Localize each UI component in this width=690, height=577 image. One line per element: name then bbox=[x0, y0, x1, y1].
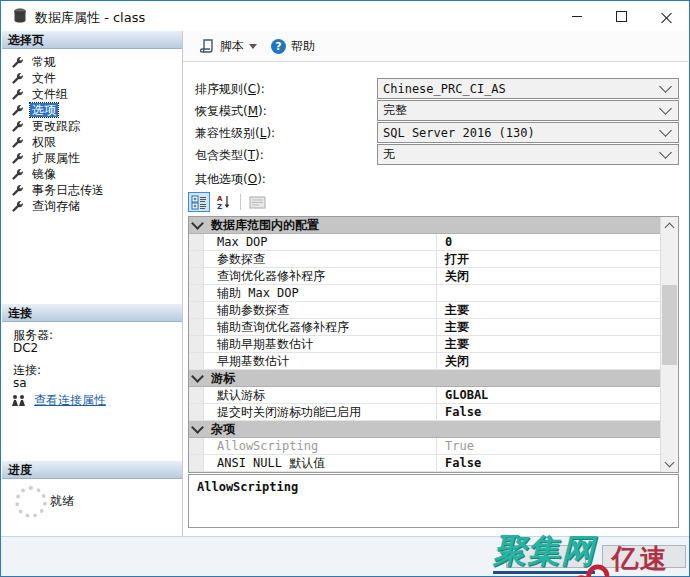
sidebar-item-扩展属性[interactable]: 扩展属性 bbox=[2, 150, 182, 166]
row-gutter bbox=[189, 387, 204, 403]
grid-row[interactable]: 辅助 Max DOP bbox=[189, 285, 661, 302]
combobox-value: 无 bbox=[383, 146, 661, 163]
wrench-icon bbox=[11, 136, 24, 149]
row-gutter bbox=[189, 404, 204, 420]
sidebar-item-label: 更改跟踪 bbox=[30, 119, 82, 133]
sidebar-item-常规[interactable]: 常规 bbox=[2, 54, 182, 70]
grid-category-row[interactable]: 游标 bbox=[189, 370, 661, 387]
scroll-up-icon[interactable] bbox=[661, 217, 678, 234]
sidebar-item-label: 权限 bbox=[30, 135, 58, 149]
property-value[interactable]: 主要 bbox=[437, 319, 661, 336]
toolbar-separator bbox=[240, 194, 241, 210]
connection-properties-icon bbox=[11, 394, 27, 407]
property-value[interactable]: 关闭 bbox=[437, 268, 661, 285]
help-button[interactable]: ? 帮助 bbox=[267, 36, 319, 57]
sidebar-item-文件[interactable]: 文件 bbox=[2, 70, 182, 86]
property-value[interactable]: False bbox=[437, 405, 661, 419]
wrench-icon bbox=[11, 56, 24, 69]
property-value[interactable]: 0 bbox=[437, 235, 661, 249]
sidebar-item-事务日志传送[interactable]: 事务日志传送 bbox=[2, 182, 182, 198]
view-connection-properties-link[interactable]: 查看连接属性 bbox=[34, 392, 106, 409]
row-gutter bbox=[189, 251, 204, 267]
wrench-icon bbox=[11, 104, 24, 117]
property-name: 辅助查询优化器修补程序 bbox=[204, 319, 437, 335]
property-name: Max DOP bbox=[204, 234, 437, 250]
alphabetical-sort-button[interactable]: A Z bbox=[213, 192, 235, 212]
help-icon: ? bbox=[271, 39, 286, 54]
chevron-down-icon[interactable] bbox=[249, 44, 257, 49]
combobox-3[interactable]: SQL Server 2016 (130) bbox=[377, 122, 679, 143]
sidebar-item-选项[interactable]: 选项 bbox=[2, 102, 182, 118]
sidebar-item-权限[interactable]: 权限 bbox=[2, 134, 182, 150]
propgrid-toolbar: A Z bbox=[188, 191, 268, 213]
grid-row[interactable]: 辅助早期基数估计主要 bbox=[189, 336, 661, 353]
row-gutter bbox=[189, 319, 204, 335]
grid-row[interactable]: AllowScriptingTrue bbox=[189, 438, 661, 455]
chevron-down-icon bbox=[659, 102, 672, 115]
sidebar-item-label: 事务日志传送 bbox=[30, 183, 106, 197]
progress-spinner-icon bbox=[15, 486, 47, 518]
property-value[interactable]: GLOBAL bbox=[437, 388, 661, 402]
sidebar-item-更改跟踪[interactable]: 更改跟踪 bbox=[2, 118, 182, 134]
property-grid: 数据库范围内的配置Max DOP0参数探查打开查询优化器修补程序关闭辅助 Max… bbox=[188, 216, 679, 473]
cloud-logo-icon bbox=[573, 560, 612, 577]
grid-row[interactable]: 参数探查打开 bbox=[189, 251, 661, 268]
scroll-down-icon[interactable] bbox=[661, 455, 678, 472]
property-value[interactable]: 主要 bbox=[437, 302, 661, 319]
grid-row[interactable]: 提交时关闭游标功能已启用False bbox=[189, 404, 661, 421]
combobox-value: Chinese_PRC_CI_AS bbox=[383, 82, 661, 96]
database-icon bbox=[12, 8, 28, 24]
maximize-button[interactable] bbox=[599, 1, 644, 31]
wrench-icon bbox=[11, 88, 24, 101]
property-value[interactable]: 主要 bbox=[437, 336, 661, 353]
category-label: 数据库范围内的配置 bbox=[211, 217, 319, 234]
combobox-2[interactable]: 完整 bbox=[377, 100, 679, 121]
other-options-label: 其他选项(O): bbox=[195, 171, 266, 188]
property-value[interactable]: 关闭 bbox=[437, 353, 661, 370]
grid-category-row[interactable]: 数据库范围内的配置 bbox=[189, 217, 661, 234]
row-gutter bbox=[189, 234, 204, 250]
grid-row[interactable]: 早期基数估计关闭 bbox=[189, 353, 661, 370]
wrench-icon bbox=[11, 72, 24, 85]
progress-status: 就绪 bbox=[50, 493, 74, 510]
grid-row[interactable]: Max DOP0 bbox=[189, 234, 661, 251]
server-value: DC2 bbox=[13, 341, 38, 355]
script-button[interactable]: 脚本 bbox=[195, 36, 261, 57]
select-page-header: 选择页 bbox=[2, 31, 182, 49]
titlebar: 数据库属性 - class bbox=[1, 1, 689, 31]
property-value[interactable]: True bbox=[437, 439, 661, 453]
sidebar-item-查询存储[interactable]: 查询存储 bbox=[2, 198, 182, 214]
script-icon bbox=[199, 38, 215, 54]
property-value[interactable]: 打开 bbox=[437, 251, 661, 268]
help-label: 帮助 bbox=[291, 38, 315, 55]
grid-row[interactable]: 默认游标GLOBAL bbox=[189, 387, 661, 404]
sidebar-item-label: 选项 bbox=[30, 103, 58, 117]
combobox-4[interactable]: 无 bbox=[377, 144, 679, 165]
chevron-down-icon bbox=[659, 146, 672, 159]
combobox-1[interactable]: Chinese_PRC_CI_AS bbox=[377, 78, 679, 99]
sidebar-item-镜像[interactable]: 镜像 bbox=[2, 166, 182, 182]
grid-row[interactable]: ANSI NULL 默认值False bbox=[189, 455, 661, 472]
close-button[interactable] bbox=[644, 1, 689, 31]
row-gutter bbox=[189, 455, 204, 471]
scrollbar-thumb[interactable] bbox=[662, 285, 677, 365]
grid-row[interactable]: 查询优化器修补程序关闭 bbox=[189, 268, 661, 285]
chevron-down-icon bbox=[659, 80, 672, 93]
watermark-brand-text: 亿速云 bbox=[612, 541, 689, 577]
sidebar-item-文件组[interactable]: 文件组 bbox=[2, 86, 182, 102]
categorized-view-button[interactable] bbox=[188, 192, 210, 212]
script-label: 脚本 bbox=[220, 38, 244, 55]
categorized-icon bbox=[191, 195, 207, 210]
grid-row[interactable]: 辅助参数探查主要 bbox=[189, 302, 661, 319]
minimize-button[interactable] bbox=[554, 1, 599, 31]
grid-scrollbar[interactable] bbox=[660, 217, 678, 472]
grid-category-row[interactable]: 杂项 bbox=[189, 421, 661, 438]
property-name: 参数探查 bbox=[204, 251, 437, 267]
property-value[interactable]: False bbox=[437, 456, 661, 470]
row-gutter bbox=[189, 438, 204, 454]
grid-row[interactable]: 辅助查询优化器修补程序主要 bbox=[189, 319, 661, 336]
az-sort-icon: A Z bbox=[216, 194, 232, 210]
wrench-icon bbox=[11, 120, 24, 133]
row-gutter bbox=[189, 353, 204, 369]
property-name: 查询优化器修补程序 bbox=[204, 268, 437, 284]
